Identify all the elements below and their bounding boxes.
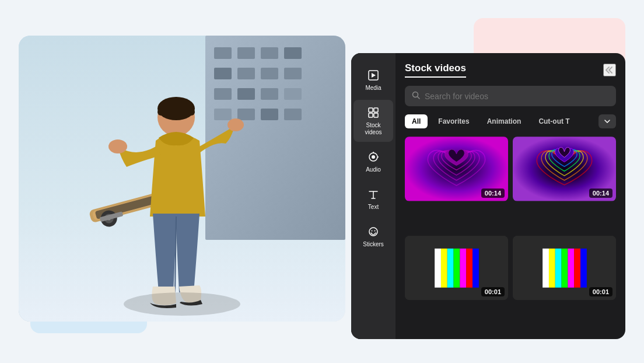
svg-marker-37: [372, 73, 376, 78]
sidebar-item-label-audio: Audio: [366, 166, 381, 173]
filter-tab-animation[interactable]: Animation: [480, 114, 528, 128]
audio-icon: [366, 150, 380, 164]
main-content-area: Stock videos: [396, 53, 625, 339]
svg-rect-64: [568, 248, 574, 287]
filter-dropdown-button[interactable]: [598, 114, 616, 128]
svg-rect-10: [214, 88, 232, 100]
svg-rect-54: [447, 248, 454, 287]
sidebar-item-label-stock-videos: Stock videos: [358, 122, 388, 136]
video-duration-2: 00:14: [589, 189, 612, 198]
filter-tab-all[interactable]: All: [405, 114, 428, 128]
sidebar-item-media[interactable]: Media: [354, 62, 393, 97]
sidebar-item-stock-videos[interactable]: Stock videos: [354, 100, 393, 142]
sidebar-item-text[interactable]: Text: [354, 182, 393, 217]
svg-rect-12: [261, 88, 278, 100]
sidebar-item-label-stickers: Stickers: [363, 241, 384, 248]
svg-rect-41: [374, 113, 378, 117]
svg-rect-16: [261, 109, 278, 120]
svg-rect-58: [473, 248, 479, 287]
editor-panel: Media Stock videos: [351, 53, 625, 339]
svg-rect-7: [237, 68, 255, 79]
svg-rect-4: [261, 47, 278, 59]
svg-rect-52: [435, 248, 441, 287]
video-thumb-1[interactable]: 00:14: [405, 137, 508, 201]
svg-rect-14: [214, 109, 232, 120]
panel-title: Stock videos: [405, 62, 466, 78]
svg-rect-11: [237, 88, 255, 100]
svg-rect-6: [214, 68, 232, 79]
collapse-button[interactable]: [603, 64, 616, 76]
svg-rect-56: [460, 248, 466, 287]
svg-rect-2: [214, 47, 232, 59]
svg-rect-3: [237, 47, 255, 59]
svg-rect-38: [369, 108, 373, 112]
video-duration-1: 00:14: [481, 189, 505, 198]
video-duration-4: 00:01: [589, 287, 612, 296]
svg-rect-17: [284, 109, 302, 120]
svg-point-35: [124, 292, 240, 316]
sidebar-item-audio[interactable]: Audio: [354, 144, 393, 179]
svg-point-32: [108, 139, 127, 153]
svg-rect-53: [441, 248, 447, 287]
sidebar-item-stickers[interactable]: Stickers: [354, 219, 393, 254]
svg-rect-31: [158, 109, 195, 116]
svg-rect-62: [555, 248, 562, 287]
video-thumb-3[interactable]: 00:01: [405, 236, 508, 301]
svg-rect-13: [284, 88, 302, 100]
stickers-icon: [366, 225, 380, 239]
svg-rect-40: [369, 113, 373, 117]
video-grid: 00:14: [405, 137, 616, 330]
svg-rect-65: [574, 248, 580, 287]
svg-point-33: [228, 118, 244, 131]
filter-tab-favorites[interactable]: Favorites: [431, 114, 476, 128]
video-thumb-4[interactable]: 00:01: [513, 236, 616, 301]
svg-rect-57: [466, 248, 473, 287]
svg-rect-60: [542, 248, 549, 287]
svg-rect-8: [261, 68, 278, 79]
search-icon: [412, 91, 420, 101]
grid-icon: [366, 106, 380, 120]
video-duration-3: 00:01: [481, 287, 505, 296]
svg-point-43: [372, 155, 375, 159]
svg-rect-15: [237, 109, 255, 120]
sidebar: Media Stock videos: [351, 53, 396, 339]
video-thumb-2[interactable]: 00:14: [513, 137, 616, 201]
svg-rect-61: [549, 248, 555, 287]
sidebar-item-label-text: Text: [368, 204, 379, 211]
search-input[interactable]: [425, 92, 609, 101]
svg-point-45: [372, 231, 373, 232]
sidebar-item-label-media: Media: [365, 85, 381, 92]
svg-rect-9: [284, 68, 302, 79]
text-icon: [366, 187, 380, 201]
svg-point-46: [374, 231, 376, 232]
svg-rect-66: [580, 248, 587, 287]
svg-rect-39: [374, 108, 378, 112]
search-bar[interactable]: [405, 86, 616, 106]
svg-rect-5: [284, 47, 302, 59]
photo-card: [19, 36, 345, 322]
filter-tabs: All Favorites Animation Cut-out T: [405, 114, 616, 128]
svg-line-48: [418, 97, 420, 99]
panel-header: Stock videos: [405, 62, 616, 78]
skater-scene: [19, 36, 345, 322]
svg-rect-63: [562, 248, 568, 287]
filter-tab-cutout[interactable]: Cut-out T: [531, 114, 576, 128]
play-icon: [366, 68, 380, 82]
main-scene: Media Stock videos: [19, 18, 625, 345]
svg-rect-55: [454, 248, 460, 287]
